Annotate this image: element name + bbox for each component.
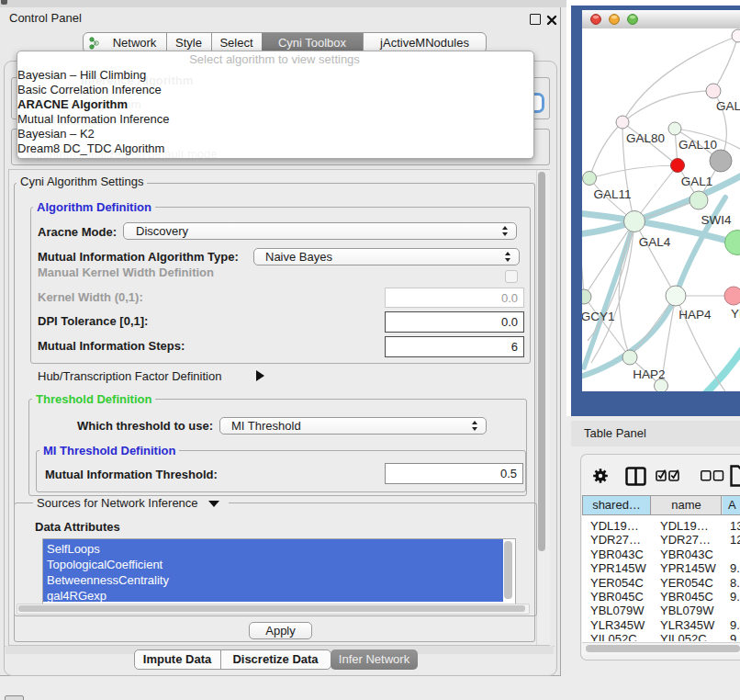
svg-text:GAL7: GAL7 <box>716 99 740 113</box>
svg-text:GAL1: GAL1 <box>681 175 713 188</box>
svg-text:GAL10: GAL10 <box>678 138 717 152</box>
svg-text:GAL11: GAL11 <box>593 187 631 201</box>
svg-text:GCY1: GCY1 <box>582 310 614 323</box>
svg-text:HAP2: HAP2 <box>633 367 665 381</box>
svg-text:SWI4: SWI4 <box>701 213 731 227</box>
svg-text:GAL4: GAL4 <box>639 235 671 249</box>
svg-text:HAP4: HAP4 <box>678 308 712 322</box>
svg-text:GAL80: GAL80 <box>626 131 665 145</box>
svg-text:YP: YP <box>731 307 740 321</box>
